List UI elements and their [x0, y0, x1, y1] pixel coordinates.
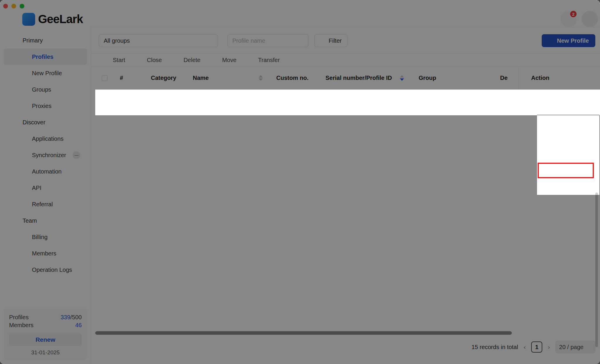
sidebar-section-primary[interactable]: Primary: [0, 32, 91, 49]
minimize-window-button[interactable]: [11, 4, 16, 8]
funnel-icon: [320, 38, 326, 44]
sidebar-toggle-icon[interactable]: [8, 15, 14, 21]
sidebar-item-label: New Profile: [32, 70, 62, 77]
group-filter-select[interactable]: All groups: [99, 34, 218, 47]
profile-search[interactable]: [227, 34, 308, 47]
avatar-icon: [585, 14, 594, 24]
select-all-checkbox[interactable]: [102, 75, 113, 81]
profile-search-input[interactable]: [232, 37, 311, 44]
edit-square-icon: [548, 38, 554, 44]
group-filter-value: All groups: [104, 37, 130, 44]
app-logo: GeeLark: [22, 13, 83, 26]
pagination: 15 records in total ‹ 1 › 20 / page: [471, 341, 595, 353]
sidebar-item-profiles[interactable]: Profiles: [4, 49, 87, 65]
action-label: Close: [147, 57, 162, 63]
horizontal-scrollbar[interactable]: [95, 331, 512, 335]
devices-icon: [21, 54, 28, 60]
expiry-date: 31-01-2025: [9, 349, 82, 356]
filter-button[interactable]: Filter: [314, 34, 347, 47]
folder-move-icon: [214, 57, 220, 63]
app-header: GeeLark 2: [0, 0, 600, 27]
column-settings-gear-icon[interactable]: [581, 74, 588, 82]
action-start[interactable]: Start: [105, 57, 125, 63]
zoom-window-button[interactable]: [20, 4, 24, 8]
action-move[interactable]: Move: [214, 57, 236, 63]
play-icon: [105, 57, 110, 63]
prev-page-button[interactable]: ‹: [523, 344, 526, 351]
vertical-scrollbar[interactable]: [595, 193, 598, 347]
power-icon: [139, 57, 144, 63]
app-title: GeeLark: [38, 13, 83, 26]
name-sort-icon[interactable]: [259, 75, 263, 81]
new-profile-label: New Profile: [557, 37, 589, 44]
account-button[interactable]: [582, 11, 598, 27]
col-action: Action: [519, 67, 600, 89]
action-transfer[interactable]: Transfer: [250, 57, 280, 63]
sidebar-item-new-profile[interactable]: New Profile: [0, 65, 91, 81]
chevron-down-icon: [207, 38, 213, 44]
more-icon: [293, 57, 299, 63]
col-serial[interactable]: Serial number/Profile ID: [320, 75, 416, 81]
share-icon: [250, 57, 256, 63]
bulk-actions-bar: StartCloseDeleteMoveTransfer: [91, 53, 600, 67]
new-profile-button[interactable]: New Profile: [542, 34, 595, 47]
renew-button[interactable]: Renew: [9, 333, 82, 346]
sidebar-section-label: Primary: [23, 37, 43, 44]
serial-sort-icon[interactable]: [400, 75, 404, 81]
edit-square-icon: [21, 70, 28, 76]
action-more[interactable]: [293, 57, 299, 63]
trash-icon: [175, 57, 181, 63]
page-size-select[interactable]: 20 / page: [555, 341, 595, 353]
col-group: Group: [416, 75, 498, 81]
geelark-logo-icon: [22, 13, 35, 26]
col-name[interactable]: Name: [187, 75, 272, 81]
col-custom-no: Custom no.: [272, 75, 320, 81]
records-total: 15 records in total: [471, 344, 518, 351]
table-header: # Category Name Custom no. Serial number…: [95, 67, 600, 90]
action-label: Transfer: [258, 57, 280, 63]
next-page-button[interactable]: ›: [547, 344, 551, 351]
table-body: [0, 90, 600, 331]
chevron-down-icon: [587, 344, 592, 350]
col-device: De: [498, 75, 519, 81]
action-label: Move: [222, 57, 236, 63]
col-index: #: [113, 75, 149, 81]
current-page[interactable]: 1: [531, 341, 542, 353]
action-delete[interactable]: Delete: [175, 57, 200, 63]
action-label: Delete: [183, 57, 200, 63]
app-window: GeeLark 2 PrimaryProfilesNew ProfileGrou…: [0, 0, 600, 364]
filter-label: Filter: [329, 37, 342, 44]
chevron-up-icon: [72, 37, 78, 43]
clear-filter-icon[interactable]: [352, 37, 359, 44]
close-window-button[interactable]: [3, 4, 8, 8]
refresh-icon[interactable]: [583, 56, 590, 63]
notification-badge: 2: [570, 10, 577, 18]
sidebar-item-label: Profiles: [32, 54, 53, 60]
action-close[interactable]: Close: [139, 57, 162, 63]
window-controls: [3, 4, 24, 8]
col-category: Category: [149, 75, 187, 81]
home-icon: [12, 37, 18, 44]
action-label: Start: [113, 57, 125, 63]
